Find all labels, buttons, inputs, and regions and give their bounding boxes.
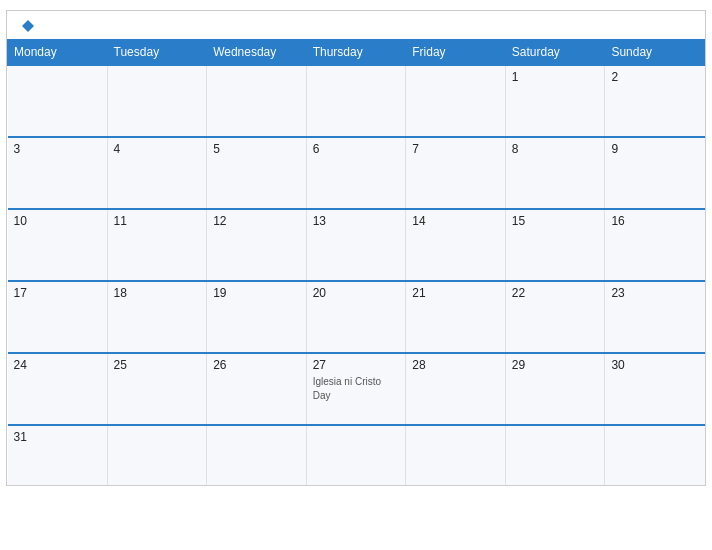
day-cell <box>107 65 207 137</box>
day-cell <box>505 425 605 485</box>
day-cell: 14 <box>406 209 506 281</box>
weekday-header-wednesday: Wednesday <box>207 40 307 66</box>
day-cell: 18 <box>107 281 207 353</box>
day-number: 21 <box>412 286 499 300</box>
week-row-3: 10111213141516 <box>8 209 705 281</box>
day-cell: 23 <box>605 281 705 353</box>
day-number: 8 <box>512 142 599 156</box>
week-row-5: 24252627Iglesia ni Cristo Day282930 <box>8 353 705 425</box>
weekday-header-saturday: Saturday <box>505 40 605 66</box>
day-cell <box>306 65 406 137</box>
day-cell: 5 <box>207 137 307 209</box>
day-cell: 29 <box>505 353 605 425</box>
day-cell: 13 <box>306 209 406 281</box>
day-number: 17 <box>14 286 101 300</box>
week-row-4: 17181920212223 <box>8 281 705 353</box>
day-number: 16 <box>611 214 698 228</box>
week-row-6: 31 <box>8 425 705 485</box>
day-cell: 26 <box>207 353 307 425</box>
day-cell: 10 <box>8 209 108 281</box>
day-cell: 25 <box>107 353 207 425</box>
day-number: 11 <box>114 214 201 228</box>
day-number: 1 <box>512 70 599 84</box>
day-cell: 1 <box>505 65 605 137</box>
day-number: 18 <box>114 286 201 300</box>
week-row-1: 12 <box>8 65 705 137</box>
day-cell: 21 <box>406 281 506 353</box>
weekday-header-row: MondayTuesdayWednesdayThursdayFridaySatu… <box>8 40 705 66</box>
day-number: 6 <box>313 142 400 156</box>
day-number: 27 <box>313 358 400 372</box>
day-cell <box>207 425 307 485</box>
day-number: 24 <box>14 358 101 372</box>
day-cell: 3 <box>8 137 108 209</box>
day-cell <box>8 65 108 137</box>
day-cell: 7 <box>406 137 506 209</box>
day-cell: 11 <box>107 209 207 281</box>
day-number: 10 <box>14 214 101 228</box>
day-number: 5 <box>213 142 300 156</box>
logo <box>19 19 35 33</box>
day-cell: 24 <box>8 353 108 425</box>
day-cell: 20 <box>306 281 406 353</box>
day-cell <box>107 425 207 485</box>
day-cell: 15 <box>505 209 605 281</box>
day-cell <box>605 425 705 485</box>
day-number: 3 <box>14 142 101 156</box>
day-number: 15 <box>512 214 599 228</box>
day-cell <box>306 425 406 485</box>
day-number: 14 <box>412 214 499 228</box>
day-number: 30 <box>611 358 698 372</box>
day-number: 12 <box>213 214 300 228</box>
weekday-header-tuesday: Tuesday <box>107 40 207 66</box>
weekday-header-friday: Friday <box>406 40 506 66</box>
week-row-2: 3456789 <box>8 137 705 209</box>
day-cell: 19 <box>207 281 307 353</box>
logo-flag-icon <box>21 19 35 33</box>
day-number: 22 <box>512 286 599 300</box>
day-number: 23 <box>611 286 698 300</box>
holiday-label: Iglesia ni Cristo Day <box>313 376 381 401</box>
day-number: 25 <box>114 358 201 372</box>
day-number: 20 <box>313 286 400 300</box>
day-cell: 8 <box>505 137 605 209</box>
day-cell: 9 <box>605 137 705 209</box>
calendar-header <box>7 11 705 39</box>
day-cell: 4 <box>107 137 207 209</box>
day-number: 26 <box>213 358 300 372</box>
day-number: 13 <box>313 214 400 228</box>
day-number: 7 <box>412 142 499 156</box>
day-number: 28 <box>412 358 499 372</box>
day-cell <box>406 65 506 137</box>
day-cell <box>406 425 506 485</box>
svg-marker-0 <box>22 20 34 32</box>
day-cell <box>207 65 307 137</box>
day-number: 29 <box>512 358 599 372</box>
day-cell: 6 <box>306 137 406 209</box>
day-number: 4 <box>114 142 201 156</box>
day-number: 19 <box>213 286 300 300</box>
day-cell: 28 <box>406 353 506 425</box>
calendar-container: MondayTuesdayWednesdayThursdayFridaySatu… <box>6 10 706 486</box>
day-cell: 16 <box>605 209 705 281</box>
weekday-header-sunday: Sunday <box>605 40 705 66</box>
day-cell: 27Iglesia ni Cristo Day <box>306 353 406 425</box>
day-cell: 30 <box>605 353 705 425</box>
day-cell: 12 <box>207 209 307 281</box>
day-cell: 2 <box>605 65 705 137</box>
weekday-header-monday: Monday <box>8 40 108 66</box>
calendar-table: MondayTuesdayWednesdayThursdayFridaySatu… <box>7 39 705 485</box>
day-cell: 22 <box>505 281 605 353</box>
day-number: 9 <box>611 142 698 156</box>
weekday-header-thursday: Thursday <box>306 40 406 66</box>
day-number: 31 <box>14 430 101 444</box>
day-cell: 31 <box>8 425 108 485</box>
day-number: 2 <box>611 70 698 84</box>
day-cell: 17 <box>8 281 108 353</box>
